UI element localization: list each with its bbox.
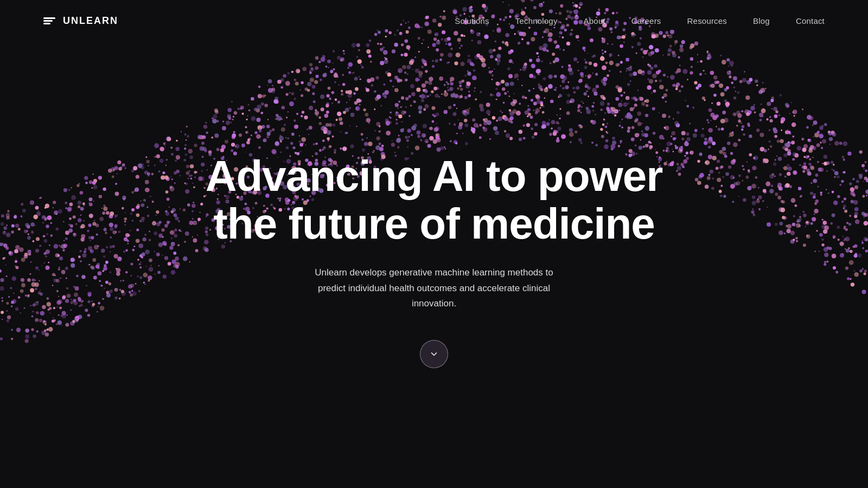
nav-link-careers[interactable]: Careers — [631, 16, 661, 25]
logo[interactable]: UNLEARN — [43, 15, 118, 27]
nav-links: SolutionsTechnologyAboutCareersResources… — [455, 16, 825, 26]
brand-name: UNLEARN — [63, 15, 118, 27]
hero-title-line1: Advancing AI to power — [206, 152, 663, 200]
hero-subtitle: Unlearn develops generative machine lear… — [304, 265, 564, 312]
nav-link-solutions[interactable]: Solutions — [455, 16, 489, 25]
nav-link-technology[interactable]: Technology — [515, 16, 558, 25]
hero-title-line2: the future of medicine — [213, 200, 655, 248]
navigation: UNLEARN SolutionsTechnologyAboutCareersR… — [0, 0, 868, 42]
hero-section: Advancing AI to power the future of medi… — [0, 0, 868, 488]
nav-link-about[interactable]: About — [584, 16, 605, 25]
scroll-down-button[interactable] — [420, 340, 448, 368]
nav-link-contact[interactable]: Contact — [796, 16, 825, 25]
nav-link-resources[interactable]: Resources — [687, 16, 727, 25]
hero-title: Advancing AI to power the future of medi… — [206, 152, 663, 248]
nav-link-blog[interactable]: Blog — [753, 16, 770, 25]
logo-icon — [43, 17, 55, 24]
chevron-down-icon — [429, 349, 439, 359]
